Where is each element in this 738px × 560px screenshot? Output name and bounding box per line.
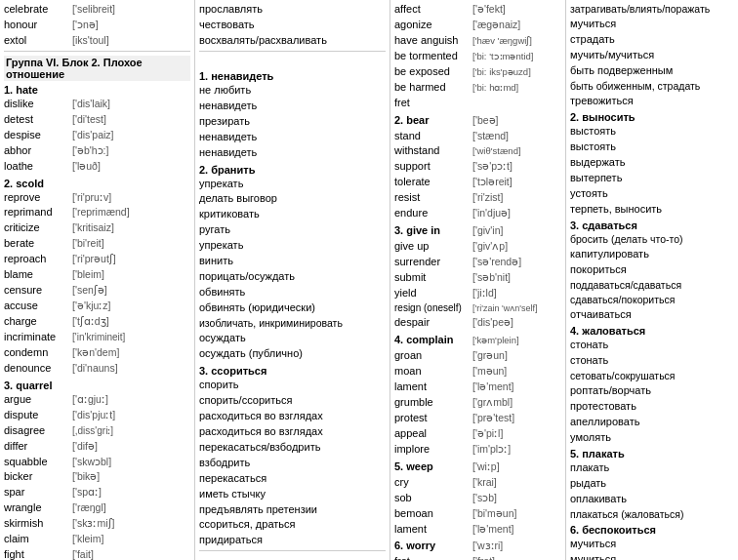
- c4-fret2: мучиться: [570, 537, 734, 552]
- top-word-honour: honour ['ɔnə]: [4, 18, 190, 33]
- ru-differ: расходиться во взглядах: [199, 424, 386, 440]
- ru-censure: порицать/осуждать: [199, 269, 386, 285]
- c3-agonize: agonize['ægənaiz]: [394, 18, 561, 33]
- c3-groan: groan['grəun]: [394, 348, 561, 364]
- c4-sub5-header: 5. плакать: [570, 448, 734, 460]
- sub3-ru-header: 3. ссориться: [199, 365, 386, 377]
- word-condemn: condemn['kən'dem]: [4, 345, 190, 361]
- group6-header: Группа VI. Блок 2. Плохое отношение: [4, 56, 190, 81]
- c4-resist: устоять: [570, 186, 734, 202]
- c3-resign: resign (oneself)['ri'zain 'wʌn'self]: [394, 301, 561, 316]
- c4-surrender: покориться: [570, 262, 734, 278]
- c4-withstand: выстоять: [570, 140, 734, 155]
- c3-tolerate: tolerate['tɔləreit]: [394, 175, 561, 190]
- ru-incriminate: изобличать, инкриминировать: [199, 316, 386, 331]
- ru-praising-2: чествовать: [199, 18, 386, 33]
- c4-anguish: страдать: [570, 32, 734, 48]
- ru-disagree: расходиться во взглядах: [199, 409, 386, 424]
- c3-give-up: give up['giv'ʌp]: [394, 239, 561, 255]
- c3-weep: 5. weep['wiːp]: [394, 460, 561, 475]
- ru-praising-3: восхвалять/расхваливать: [199, 33, 386, 49]
- column-1: celebrate ['selibreit] honour ['ɔnə] ext…: [0, 0, 195, 560]
- ru-accuse: обвинять: [199, 285, 386, 300]
- c3-resist: resist['ri'zist]: [394, 190, 561, 206]
- c4-tolerate: вытерпеть: [570, 171, 734, 186]
- c4-cry: плакать: [570, 460, 734, 476]
- c4-endure: терпеть, выносить: [570, 202, 734, 218]
- ru-hate3: ненавидеть: [199, 145, 386, 161]
- word-dispute: dispute['dis'pjuːt]: [4, 408, 190, 423]
- ru-argue: спорить: [199, 378, 386, 393]
- word-claim: claim['kleim]: [4, 532, 190, 547]
- c4-support: выдержать: [570, 155, 734, 171]
- word-spar: spar['spɑː]: [4, 485, 190, 500]
- c4-tormented: мучить/мучиться: [570, 48, 734, 63]
- c4-agonize: мучиться: [570, 17, 734, 32]
- c3-be-exposed: be exposed['bi: iks'pəuzd]: [394, 64, 561, 80]
- top-word-celebrate: celebrate ['selibreit]: [4, 2, 190, 18]
- c4-despair: отчаиваться: [570, 307, 734, 323]
- c3-lament2: lament['lə'ment]: [394, 522, 561, 538]
- c4-stand: выстоять: [570, 124, 734, 140]
- ru-fight: придираться: [199, 533, 386, 548]
- ru-not-love: не любить: [199, 83, 386, 99]
- c3-despair: despair['dis'peə]: [394, 315, 561, 331]
- word-incriminate: incriminate['in'krimineit]: [4, 330, 190, 345]
- c3-worry: 6. worry['wɜːri]: [394, 539, 561, 554]
- c3-cry: cry['krai]: [394, 475, 561, 491]
- sub3-header: 3. quarrel: [4, 380, 190, 391]
- main-content: celebrate ['selibreit] honour ['ɔnə] ext…: [0, 0, 738, 560]
- c4-grumble: роптать/ворчать: [570, 383, 734, 399]
- column-4: затрагивать/влиять/поражать мучиться стр…: [566, 0, 738, 560]
- ru-squabble: перекасаться/взбодрить: [199, 440, 386, 456]
- sub1-ru-header: 1. ненавидеть: [199, 70, 386, 82]
- word-charge: charge['tʃɑːdʒ]: [4, 314, 190, 330]
- top-word-extol: extol [iks'toul]: [4, 33, 190, 49]
- ru-reprove: упрекать: [199, 177, 386, 192]
- c3-be-harmed: be harmed['bi: hɑːmd]: [394, 80, 561, 96]
- c4-implore: умолять: [570, 430, 734, 446]
- ru-charge: обвинять (юридически): [199, 300, 386, 316]
- sub2-ru-header: 2. бранить: [199, 164, 386, 176]
- c3-submit: submit['səb'nit]: [394, 270, 561, 286]
- c4-give-up: капитулировать: [570, 247, 734, 262]
- c4-affect: затрагивать/влиять/поражать: [570, 2, 734, 17]
- c4-appeal: апеллировать: [570, 415, 734, 430]
- ru-condemn: осуждать: [199, 331, 386, 346]
- word-despise: despise['dis'paiz]: [4, 128, 190, 143]
- word-fight: fight['fait]: [4, 547, 190, 560]
- c4-protest: протестовать: [570, 399, 734, 415]
- c3-grumble: grumble['grʌmbl]: [394, 395, 561, 411]
- ru-hate: ненавидеть: [199, 99, 386, 114]
- word-squabble: squabble['skwɔbl]: [4, 455, 190, 470]
- c3-withstand: withstand['wiθ'stænd]: [394, 143, 561, 159]
- word-dislike: dislike['dis'laik]: [4, 97, 190, 112]
- column-2: прославлять чествовать восхвалять/расхва…: [195, 0, 390, 560]
- ru-dispute: спорить/ссориться: [199, 393, 386, 409]
- word-differ: differ['difə]: [4, 439, 190, 455]
- word-denounce: denounce['di'nauns]: [4, 361, 190, 377]
- word-criticize: criticize['kritisaiz]: [4, 220, 190, 236]
- c3-complain: 4. complain['kəm'plein]: [394, 333, 561, 348]
- word-wrangle: wrangle['ræŋgl]: [4, 500, 190, 516]
- ru-bicker: взбодрить: [199, 456, 386, 471]
- ru-spar: перекасаться: [199, 471, 386, 487]
- sub2-header: 2. scold: [4, 178, 190, 189]
- word-bicker: bicker['bikə]: [4, 469, 190, 485]
- c4-lament2: плакаться (жаловаться): [570, 507, 734, 522]
- word-censure: censure['senʃə]: [4, 283, 190, 299]
- ru-blame: винить: [199, 254, 386, 269]
- ru-claim: ссориться, драться: [199, 517, 386, 533]
- ru-denounce: осуждать (публично): [199, 346, 386, 362]
- sub1-header: 1. hate: [4, 84, 190, 96]
- column-3: affect['ə'fekt] agonize['ægənaiz] have a…: [390, 0, 566, 560]
- c3-bemoan: bemoan['bi'məun]: [394, 506, 561, 522]
- c3-lament: lament['lə'ment]: [394, 380, 561, 395]
- c3-fret2: fret['fret]: [394, 554, 561, 560]
- c4-agonize3: мучиться: [570, 552, 734, 560]
- ru-reproach: упрекать: [199, 238, 386, 254]
- word-argue: argue['ɑːgjuː]: [4, 392, 190, 408]
- c3-support: support['sə'pɔːt]: [394, 159, 561, 175]
- c4-give-in: бросить (делать что-то): [570, 232, 734, 247]
- c4-sub3-header: 3. сдаваться: [570, 220, 734, 231]
